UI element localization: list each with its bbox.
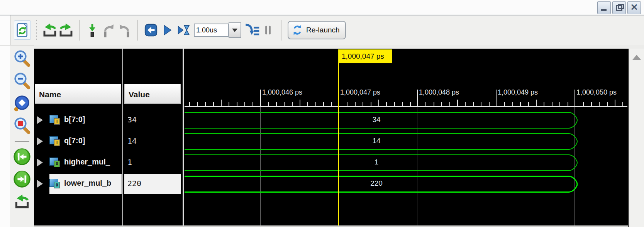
signal-name[interactable]: higher_mul_ (64, 158, 121, 166)
bus-end-cap (569, 175, 578, 195)
zoom-sidebar (10, 46, 35, 227)
vertical-scrollbar[interactable] (629, 49, 644, 227)
chevron-down-icon (232, 29, 237, 32)
signal-name[interactable]: lower_mul_b (64, 179, 121, 188)
timeline-minor-tick (268, 102, 269, 107)
signal-direction-badge: 0 (54, 161, 60, 167)
name-header-label: Name (39, 90, 61, 99)
timeline-gridline (260, 107, 261, 225)
toolbar-drag-handle[interactable] (35, 20, 39, 40)
restore-button[interactable] (612, 1, 626, 14)
value-wave-divider[interactable] (183, 49, 184, 225)
timeline-minor-tick (197, 102, 198, 107)
step-icon[interactable] (244, 21, 260, 39)
timeline-minor-tick (504, 102, 505, 107)
signal-name[interactable]: b[7:0] (64, 115, 121, 124)
relaunch-icon (291, 24, 303, 36)
timeline-minor-tick (386, 102, 387, 107)
timeline-minor-tick (615, 100, 615, 107)
run-for-icon[interactable] (175, 21, 192, 39)
relaunch-button[interactable]: Re-launch (288, 21, 346, 39)
bus-bottom-line (185, 170, 569, 171)
isim-wave-window: ✕ Re-launch Name Value 1,000,047 ps 1,00… (0, 0, 644, 227)
bus-end-cap (569, 133, 578, 152)
close-icon: ✕ (628, 2, 641, 14)
name-column-header[interactable]: Name (35, 84, 121, 104)
timeline-minor-tick (591, 102, 592, 107)
timeline-minor-tick (607, 102, 608, 107)
next-transition-icon[interactable] (12, 169, 32, 189)
timeline-minor-tick (323, 102, 324, 107)
wave-window-bottom-edge (34, 225, 628, 227)
bus-end-cap (569, 154, 578, 173)
timeline-tick-label: 1,000,050 ps (576, 88, 617, 97)
timeline-minor-tick (229, 102, 229, 107)
close-button[interactable]: ✕ (627, 1, 641, 14)
timeline-minor-tick (331, 102, 332, 107)
timeline-ruler-baseline (185, 106, 627, 107)
signal-name[interactable]: q[7:0] (64, 136, 121, 145)
expand-arrow-icon[interactable] (37, 116, 43, 124)
bus-value-label: 220 (370, 179, 383, 188)
restart-icon[interactable] (143, 21, 159, 39)
bus-top-line (185, 133, 569, 134)
timeline-minor-tick (205, 102, 206, 107)
cursor-time-label[interactable]: 1,000,047 ps (338, 49, 392, 63)
timeline-minor-tick (568, 102, 568, 107)
signal-direction-badge: I (54, 118, 60, 125)
timeline-minor-tick (622, 102, 623, 107)
timeline-minor-tick (253, 102, 253, 107)
timeline-minor-tick (489, 102, 490, 107)
timeline-minor-tick (300, 100, 300, 107)
zoom-out-icon[interactable] (12, 71, 32, 91)
timeline-minor-tick (307, 102, 308, 107)
timeline-minor-tick (378, 100, 379, 107)
timeline-minor-tick (189, 102, 190, 107)
zoom-fit-icon[interactable] (12, 93, 32, 114)
refresh-icon[interactable] (14, 20, 31, 40)
break-icon[interactable] (260, 21, 276, 39)
timeline-minor-tick (425, 102, 426, 107)
signal-value: 14 (127, 136, 137, 146)
run-time-dropdown-button[interactable] (229, 22, 241, 38)
goto-time-icon[interactable] (84, 21, 100, 39)
expand-arrow-icon[interactable] (37, 159, 43, 166)
bus-value-label: 14 (372, 137, 380, 145)
wave-window-top-edge (34, 45, 644, 49)
redo-icon[interactable] (117, 21, 133, 39)
bus-signal-icon: 0 (49, 179, 60, 188)
undo-icon[interactable] (100, 21, 117, 39)
forward-icon[interactable] (58, 21, 74, 39)
goto-start-icon[interactable] (12, 191, 32, 212)
timeline-minor-tick (457, 100, 458, 107)
timeline-minor-tick (441, 102, 442, 107)
run-time-input[interactable] (194, 24, 229, 37)
bus-end-cap (569, 112, 578, 130)
name-value-divider[interactable] (122, 49, 123, 225)
value-column-header[interactable]: Value (124, 84, 181, 104)
scroll-up-icon[interactable] (632, 55, 641, 60)
timeline-tick-label: 1,000,047 ps (340, 88, 380, 97)
window-titlebar: ✕ (0, 0, 644, 15)
time-cursor-line[interactable] (338, 63, 339, 225)
left-margin (0, 46, 10, 227)
back-icon[interactable] (42, 21, 58, 39)
signal-value: 220 (127, 179, 141, 188)
prev-transition-icon[interactable] (12, 147, 32, 167)
timeline-minor-tick (315, 102, 316, 107)
timeline-minor-tick (213, 102, 214, 107)
timeline-minor-tick (552, 102, 552, 107)
timeline-minor-tick (434, 102, 434, 107)
expand-arrow-icon[interactable] (37, 180, 43, 188)
zoom-in-icon[interactable] (12, 49, 32, 69)
timeline-major-tick (575, 90, 575, 107)
timeline-gridline (417, 107, 417, 225)
timeline-minor-tick (520, 102, 521, 107)
bus-bottom-line (185, 191, 569, 193)
zoom-area-icon[interactable] (12, 116, 32, 136)
run-all-icon[interactable] (159, 21, 175, 39)
bus-bottom-line (185, 149, 569, 150)
minimize-button[interactable] (597, 1, 611, 14)
simulation-toolbar: Re-launch (0, 15, 644, 46)
expand-arrow-icon[interactable] (37, 137, 43, 145)
